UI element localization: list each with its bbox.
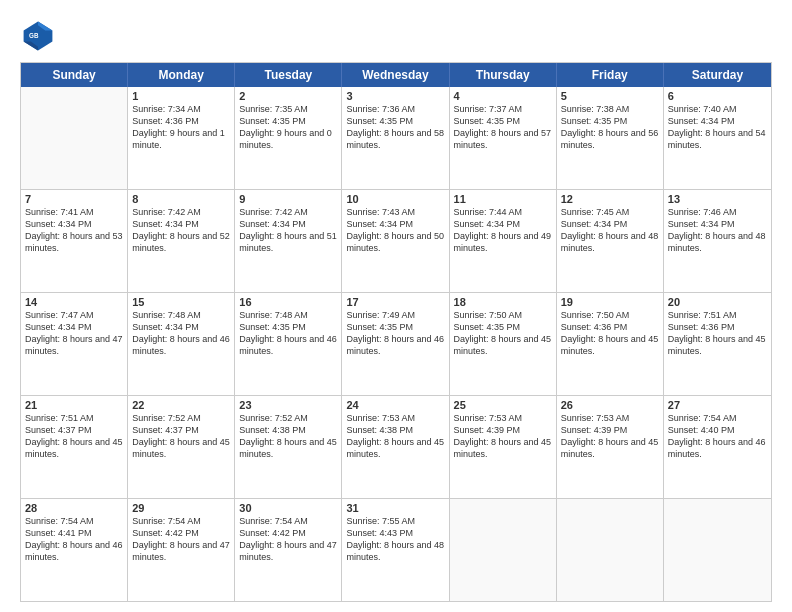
day-number: 27 — [668, 399, 767, 411]
page: GB SundayMondayTuesdayWednesdayThursdayF… — [0, 0, 792, 612]
calendar-cell: 1Sunrise: 7:34 AMSunset: 4:36 PMDaylight… — [128, 87, 235, 189]
header: GB — [20, 18, 772, 54]
calendar-cell — [664, 499, 771, 601]
calendar-cell: 3Sunrise: 7:36 AMSunset: 4:35 PMDaylight… — [342, 87, 449, 189]
weekday-friday: Friday — [557, 63, 664, 87]
cell-info: Sunrise: 7:38 AMSunset: 4:35 PMDaylight:… — [561, 103, 659, 152]
calendar-header: SundayMondayTuesdayWednesdayThursdayFrid… — [21, 63, 771, 87]
day-number: 25 — [454, 399, 552, 411]
svg-text:GB: GB — [29, 32, 39, 39]
calendar-cell: 22Sunrise: 7:52 AMSunset: 4:37 PMDayligh… — [128, 396, 235, 498]
cell-info: Sunrise: 7:54 AMSunset: 4:40 PMDaylight:… — [668, 412, 767, 461]
day-number: 4 — [454, 90, 552, 102]
cell-info: Sunrise: 7:40 AMSunset: 4:34 PMDaylight:… — [668, 103, 767, 152]
cell-info: Sunrise: 7:50 AMSunset: 4:36 PMDaylight:… — [561, 309, 659, 358]
calendar-cell: 24Sunrise: 7:53 AMSunset: 4:38 PMDayligh… — [342, 396, 449, 498]
calendar-row-2: 14Sunrise: 7:47 AMSunset: 4:34 PMDayligh… — [21, 293, 771, 396]
day-number: 24 — [346, 399, 444, 411]
day-number: 22 — [132, 399, 230, 411]
calendar-row-3: 21Sunrise: 7:51 AMSunset: 4:37 PMDayligh… — [21, 396, 771, 499]
calendar-cell: 18Sunrise: 7:50 AMSunset: 4:35 PMDayligh… — [450, 293, 557, 395]
day-number: 11 — [454, 193, 552, 205]
calendar-cell: 30Sunrise: 7:54 AMSunset: 4:42 PMDayligh… — [235, 499, 342, 601]
day-number: 26 — [561, 399, 659, 411]
cell-info: Sunrise: 7:54 AMSunset: 4:42 PMDaylight:… — [239, 515, 337, 564]
day-number: 15 — [132, 296, 230, 308]
cell-info: Sunrise: 7:51 AMSunset: 4:37 PMDaylight:… — [25, 412, 123, 461]
cell-info: Sunrise: 7:36 AMSunset: 4:35 PMDaylight:… — [346, 103, 444, 152]
calendar-cell: 25Sunrise: 7:53 AMSunset: 4:39 PMDayligh… — [450, 396, 557, 498]
calendar-cell — [557, 499, 664, 601]
cell-info: Sunrise: 7:51 AMSunset: 4:36 PMDaylight:… — [668, 309, 767, 358]
day-number: 10 — [346, 193, 444, 205]
day-number: 23 — [239, 399, 337, 411]
day-number: 16 — [239, 296, 337, 308]
day-number: 29 — [132, 502, 230, 514]
calendar-cell: 6Sunrise: 7:40 AMSunset: 4:34 PMDaylight… — [664, 87, 771, 189]
cell-info: Sunrise: 7:46 AMSunset: 4:34 PMDaylight:… — [668, 206, 767, 255]
weekday-sunday: Sunday — [21, 63, 128, 87]
cell-info: Sunrise: 7:52 AMSunset: 4:37 PMDaylight:… — [132, 412, 230, 461]
weekday-wednesday: Wednesday — [342, 63, 449, 87]
calendar-cell: 7Sunrise: 7:41 AMSunset: 4:34 PMDaylight… — [21, 190, 128, 292]
calendar-cell: 26Sunrise: 7:53 AMSunset: 4:39 PMDayligh… — [557, 396, 664, 498]
calendar-cell: 2Sunrise: 7:35 AMSunset: 4:35 PMDaylight… — [235, 87, 342, 189]
calendar-row-4: 28Sunrise: 7:54 AMSunset: 4:41 PMDayligh… — [21, 499, 771, 601]
day-number: 12 — [561, 193, 659, 205]
calendar-cell: 21Sunrise: 7:51 AMSunset: 4:37 PMDayligh… — [21, 396, 128, 498]
calendar-body: 1Sunrise: 7:34 AMSunset: 4:36 PMDaylight… — [21, 87, 771, 601]
day-number: 31 — [346, 502, 444, 514]
cell-info: Sunrise: 7:54 AMSunset: 4:41 PMDaylight:… — [25, 515, 123, 564]
calendar-cell: 28Sunrise: 7:54 AMSunset: 4:41 PMDayligh… — [21, 499, 128, 601]
cell-info: Sunrise: 7:48 AMSunset: 4:34 PMDaylight:… — [132, 309, 230, 358]
calendar-cell: 20Sunrise: 7:51 AMSunset: 4:36 PMDayligh… — [664, 293, 771, 395]
logo: GB — [20, 18, 60, 54]
cell-info: Sunrise: 7:45 AMSunset: 4:34 PMDaylight:… — [561, 206, 659, 255]
calendar-cell: 27Sunrise: 7:54 AMSunset: 4:40 PMDayligh… — [664, 396, 771, 498]
day-number: 6 — [668, 90, 767, 102]
calendar-cell: 31Sunrise: 7:55 AMSunset: 4:43 PMDayligh… — [342, 499, 449, 601]
calendar-cell: 14Sunrise: 7:47 AMSunset: 4:34 PMDayligh… — [21, 293, 128, 395]
calendar-cell: 5Sunrise: 7:38 AMSunset: 4:35 PMDaylight… — [557, 87, 664, 189]
day-number: 14 — [25, 296, 123, 308]
calendar-cell: 19Sunrise: 7:50 AMSunset: 4:36 PMDayligh… — [557, 293, 664, 395]
cell-info: Sunrise: 7:49 AMSunset: 4:35 PMDaylight:… — [346, 309, 444, 358]
calendar-cell: 16Sunrise: 7:48 AMSunset: 4:35 PMDayligh… — [235, 293, 342, 395]
cell-info: Sunrise: 7:35 AMSunset: 4:35 PMDaylight:… — [239, 103, 337, 152]
cell-info: Sunrise: 7:54 AMSunset: 4:42 PMDaylight:… — [132, 515, 230, 564]
weekday-saturday: Saturday — [664, 63, 771, 87]
day-number: 13 — [668, 193, 767, 205]
calendar-cell: 8Sunrise: 7:42 AMSunset: 4:34 PMDaylight… — [128, 190, 235, 292]
calendar: SundayMondayTuesdayWednesdayThursdayFrid… — [20, 62, 772, 602]
day-number: 8 — [132, 193, 230, 205]
cell-info: Sunrise: 7:55 AMSunset: 4:43 PMDaylight:… — [346, 515, 444, 564]
day-number: 3 — [346, 90, 444, 102]
day-number: 2 — [239, 90, 337, 102]
cell-info: Sunrise: 7:37 AMSunset: 4:35 PMDaylight:… — [454, 103, 552, 152]
weekday-thursday: Thursday — [450, 63, 557, 87]
cell-info: Sunrise: 7:47 AMSunset: 4:34 PMDaylight:… — [25, 309, 123, 358]
calendar-cell — [450, 499, 557, 601]
calendar-cell: 15Sunrise: 7:48 AMSunset: 4:34 PMDayligh… — [128, 293, 235, 395]
day-number: 18 — [454, 296, 552, 308]
weekday-tuesday: Tuesday — [235, 63, 342, 87]
calendar-cell: 9Sunrise: 7:42 AMSunset: 4:34 PMDaylight… — [235, 190, 342, 292]
cell-info: Sunrise: 7:50 AMSunset: 4:35 PMDaylight:… — [454, 309, 552, 358]
cell-info: Sunrise: 7:44 AMSunset: 4:34 PMDaylight:… — [454, 206, 552, 255]
calendar-cell: 11Sunrise: 7:44 AMSunset: 4:34 PMDayligh… — [450, 190, 557, 292]
cell-info: Sunrise: 7:53 AMSunset: 4:39 PMDaylight:… — [561, 412, 659, 461]
calendar-row-1: 7Sunrise: 7:41 AMSunset: 4:34 PMDaylight… — [21, 190, 771, 293]
calendar-cell — [21, 87, 128, 189]
day-number: 1 — [132, 90, 230, 102]
cell-info: Sunrise: 7:53 AMSunset: 4:38 PMDaylight:… — [346, 412, 444, 461]
cell-info: Sunrise: 7:34 AMSunset: 4:36 PMDaylight:… — [132, 103, 230, 152]
calendar-cell: 23Sunrise: 7:52 AMSunset: 4:38 PMDayligh… — [235, 396, 342, 498]
day-number: 19 — [561, 296, 659, 308]
day-number: 30 — [239, 502, 337, 514]
cell-info: Sunrise: 7:42 AMSunset: 4:34 PMDaylight:… — [239, 206, 337, 255]
calendar-cell: 12Sunrise: 7:45 AMSunset: 4:34 PMDayligh… — [557, 190, 664, 292]
calendar-cell: 29Sunrise: 7:54 AMSunset: 4:42 PMDayligh… — [128, 499, 235, 601]
calendar-cell: 17Sunrise: 7:49 AMSunset: 4:35 PMDayligh… — [342, 293, 449, 395]
day-number: 17 — [346, 296, 444, 308]
calendar-row-0: 1Sunrise: 7:34 AMSunset: 4:36 PMDaylight… — [21, 87, 771, 190]
